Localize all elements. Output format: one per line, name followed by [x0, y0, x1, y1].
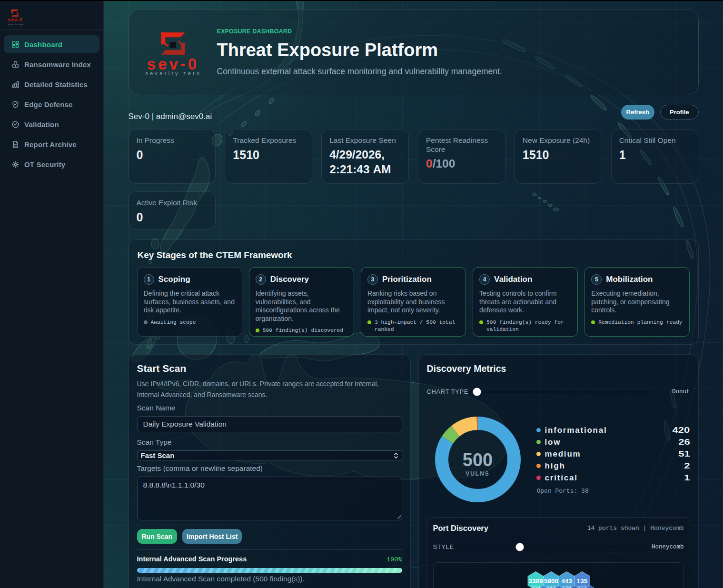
- svg-text:5900: 5900: [544, 578, 558, 585]
- svg-text:x59: x59: [531, 585, 540, 588]
- svg-text:3389: 3389: [528, 578, 543, 585]
- svg-text:x22: x22: [577, 585, 586, 588]
- svg-text:135: 135: [576, 578, 587, 585]
- svg-text:x39: x39: [562, 585, 571, 588]
- svg-text:443: 443: [561, 578, 572, 585]
- svg-text:sev-0: sev-0: [8, 17, 23, 22]
- svg-text:severity zero: severity zero: [8, 23, 24, 25]
- svg-text:x42: x42: [546, 585, 555, 588]
